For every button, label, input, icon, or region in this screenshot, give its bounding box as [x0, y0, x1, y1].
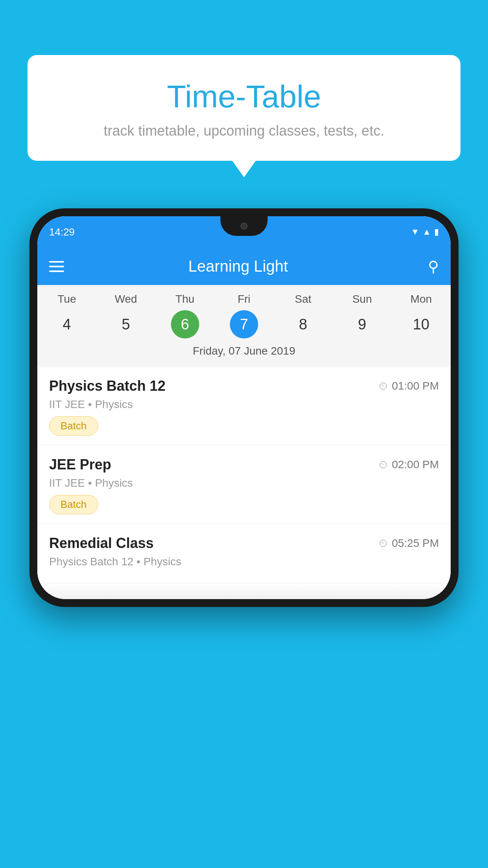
schedule-item-1-batch-tag: Batch [49, 416, 98, 436]
search-button[interactable]: ⚲ [428, 258, 439, 275]
schedule-item-3-time-value: 05:25 PM [392, 537, 439, 550]
clock-icon-1: ⏲ [378, 380, 389, 392]
day-header-wed: Wed [96, 293, 155, 305]
schedule-item-3-header: Remedial Class ⏲ 05:25 PM [49, 535, 439, 552]
clock-icon-3: ⏲ [378, 537, 389, 550]
schedule-item-1-title: Physics Batch 12 [49, 378, 165, 394]
day-8[interactable]: 8 [273, 310, 332, 338]
schedule-item-2-header: JEE Prep ⏲ 02:00 PM [49, 456, 439, 473]
app-header: Learning Light ⚲ [37, 248, 451, 285]
signal-icon: ▲ [422, 227, 431, 237]
schedule-item-1-time: ⏲ 01:00 PM [378, 380, 439, 392]
schedule-item-2-time-value: 02:00 PM [392, 458, 439, 471]
day-numbers: 4 5 6 7 8 9 10 [37, 310, 451, 338]
day-header-fri: Fri [215, 293, 273, 305]
schedule-item-2-title: JEE Prep [49, 456, 111, 473]
tooltip-container: Time-Table track timetable, upcoming cla… [28, 55, 460, 161]
phone-notch [220, 216, 268, 236]
status-time: 14:29 [49, 226, 75, 238]
tooltip-subtitle: track timetable, upcoming classes, tests… [47, 123, 441, 139]
schedule-item-2-batch-tag: Batch [49, 495, 98, 514]
phone-mockup: 14:29 ▼ ▲ ▮ Learning Light ⚲ [29, 208, 459, 607]
battery-icon: ▮ [434, 227, 439, 237]
schedule-item-3-time: ⏲ 05:25 PM [378, 537, 439, 550]
schedule-item-1-time-value: 01:00 PM [392, 380, 439, 392]
day-10[interactable]: 10 [392, 310, 451, 338]
selected-date-label: Friday, 07 June 2019 [37, 345, 451, 363]
status-bar: 14:29 ▼ ▲ ▮ [37, 216, 451, 248]
app-title: Learning Light [48, 257, 428, 275]
day-6-today[interactable]: 6 [171, 310, 199, 338]
schedule-item-1-meta: IIT JEE • Physics [49, 398, 439, 411]
day-header-thu: Thu [156, 293, 215, 305]
wifi-icon: ▼ [411, 227, 419, 237]
schedule-item-3[interactable]: Remedial Class ⏲ 05:25 PM Physics Batch … [37, 524, 451, 583]
bottom-fade [37, 583, 451, 599]
schedule-item-2-meta: IIT JEE • Physics [49, 477, 439, 489]
schedule-item-3-meta: Physics Batch 12 • Physics [49, 555, 439, 568]
phone-screen: 14:29 ▼ ▲ ▮ Learning Light ⚲ [37, 216, 451, 599]
tooltip-bubble: Time-Table track timetable, upcoming cla… [28, 55, 460, 161]
phone-outer: 14:29 ▼ ▲ ▮ Learning Light ⚲ [29, 208, 459, 607]
schedule-item-2-time: ⏲ 02:00 PM [378, 458, 439, 471]
day-header-mon: Mon [392, 293, 451, 305]
status-icons: ▼ ▲ ▮ [411, 227, 439, 237]
day-9[interactable]: 9 [332, 310, 391, 338]
tooltip-title: Time-Table [47, 79, 441, 115]
day-headers: Tue Wed Thu Fri Sat Sun Mon [37, 293, 451, 305]
schedule-item-3-title: Remedial Class [49, 535, 154, 552]
calendar-strip: Tue Wed Thu Fri Sat Sun Mon 4 5 6 7 8 9 … [37, 285, 451, 367]
clock-icon-2: ⏲ [378, 459, 389, 471]
schedule-item-1[interactable]: Physics Batch 12 ⏲ 01:00 PM IIT JEE • Ph… [37, 367, 451, 445]
day-5[interactable]: 5 [96, 310, 155, 338]
schedule-item-2[interactable]: JEE Prep ⏲ 02:00 PM IIT JEE • Physics Ba… [37, 445, 451, 524]
schedule-list: Physics Batch 12 ⏲ 01:00 PM IIT JEE • Ph… [37, 367, 451, 599]
camera [240, 223, 248, 230]
day-header-sun: Sun [332, 293, 391, 305]
day-4[interactable]: 4 [37, 310, 96, 338]
day-7-selected[interactable]: 7 [230, 310, 258, 338]
schedule-item-1-header: Physics Batch 12 ⏲ 01:00 PM [49, 378, 439, 394]
day-header-sat: Sat [273, 293, 332, 305]
day-header-tue: Tue [37, 293, 96, 305]
